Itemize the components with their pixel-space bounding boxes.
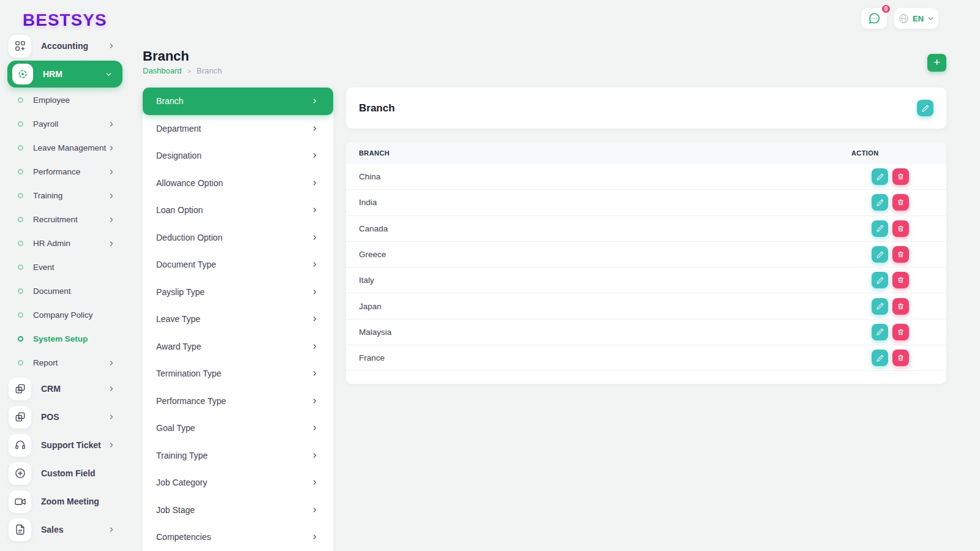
setup-menu-item-training-type[interactable]: Training Type xyxy=(143,442,333,470)
sidebar-item-payroll[interactable]: Payroll xyxy=(0,112,130,136)
chevron-right-icon xyxy=(108,359,115,367)
sidebar-item-hrm[interactable]: HRM xyxy=(7,61,123,88)
setup-menu-item-award-type[interactable]: Award Type xyxy=(143,333,333,361)
bullet-icon xyxy=(18,336,23,342)
sidebar-item-support-ticket[interactable]: Support Ticket xyxy=(0,431,130,459)
chevron-right-icon xyxy=(108,192,115,200)
delete-row-button[interactable] xyxy=(892,272,909,288)
chevron-right-icon xyxy=(311,125,318,132)
sidebar-item-recruitment[interactable]: Recruitment xyxy=(0,208,130,231)
sidebar-item-leave-management[interactable]: Leave Management xyxy=(0,136,130,160)
globe-icon xyxy=(898,13,910,24)
sidebar-item-label: Sales xyxy=(41,525,64,534)
delete-row-button[interactable] xyxy=(892,194,909,211)
sidebar-item-label: Recruitment xyxy=(33,215,78,224)
sidebar-item-training[interactable]: Training xyxy=(0,184,130,208)
delete-row-button[interactable] xyxy=(892,350,909,366)
sidebar-item-custom-field[interactable]: Custom Field xyxy=(0,459,130,487)
edit-row-button[interactable] xyxy=(872,324,888,340)
sidebar-item-sales[interactable]: Sales xyxy=(0,515,130,544)
sidebar-item-hr-admin[interactable]: HR Admin xyxy=(0,231,130,255)
add-branch-button[interactable]: + xyxy=(927,54,946,72)
bullet-icon xyxy=(18,264,23,270)
messages-button[interactable]: 0 xyxy=(861,8,887,29)
page-title: Branch xyxy=(143,48,189,64)
setup-menu-item-termination-type[interactable]: Termination Type xyxy=(143,360,333,388)
sidebar-item-system-setup[interactable]: System Setup xyxy=(0,327,130,351)
setup-menu-item-competencies[interactable]: Competencies xyxy=(143,523,333,551)
edit-row-button[interactable] xyxy=(872,220,888,237)
sidebar-item-document[interactable]: Document xyxy=(0,279,130,303)
sidebar-item-company-policy[interactable]: Company Policy xyxy=(0,303,130,327)
branch-name-cell: China xyxy=(346,172,380,181)
branch-name-cell: Greece xyxy=(346,250,386,259)
edit-row-button[interactable] xyxy=(872,272,888,288)
setup-item-label: Deduction Option xyxy=(156,233,222,242)
edit-row-button[interactable] xyxy=(872,350,888,366)
sidebar-item-label: POS xyxy=(41,412,59,422)
headset-icon xyxy=(9,434,31,457)
delete-row-button[interactable] xyxy=(892,324,909,340)
topbar-actions: 0 EN xyxy=(861,8,938,29)
edit-row-button[interactable] xyxy=(872,298,888,315)
breadcrumb-separator: > xyxy=(187,67,191,75)
row-actions xyxy=(872,220,909,237)
setup-menu-item-loan-option[interactable]: Loan Option xyxy=(143,197,333,224)
setup-menu-item-branch[interactable]: Branch xyxy=(143,88,333,115)
sidebar-item-zoom-meeting[interactable]: Zoom Meeting xyxy=(0,487,130,515)
setup-item-label: Document Type xyxy=(156,260,216,269)
sidebar-item-accounting[interactable]: Accounting xyxy=(0,32,130,60)
sidebar-item-event[interactable]: Event xyxy=(0,255,130,279)
edit-row-button[interactable] xyxy=(872,168,888,185)
setup-menu-item-job-category[interactable]: Job Category xyxy=(143,469,333,497)
setup-item-label: Designation xyxy=(156,151,202,160)
setup-item-label: Competencies xyxy=(156,532,211,542)
setup-menu-item-leave-type[interactable]: Leave Type xyxy=(143,305,333,333)
breadcrumb-dashboard-link[interactable]: Dashboard xyxy=(143,66,182,75)
setup-menu-item-deduction-option[interactable]: Deduction Option xyxy=(143,224,333,252)
delete-row-button[interactable] xyxy=(892,220,909,237)
chevron-right-icon xyxy=(108,413,115,421)
delete-row-button[interactable] xyxy=(892,298,909,315)
sidebar-nav: AccountingHRMEmployeePayrollLeave Manage… xyxy=(0,32,130,544)
language-code: EN xyxy=(913,14,924,23)
chevron-right-icon xyxy=(311,397,318,405)
chevron-right-icon xyxy=(311,506,318,514)
sidebar-item-pos[interactable]: POS xyxy=(0,403,130,431)
row-actions xyxy=(872,246,909,263)
sidebar-item-label: Payroll xyxy=(33,119,58,129)
setup-menu-item-payslip-type[interactable]: Payslip Type xyxy=(143,279,333,306)
file-icon xyxy=(9,519,31,541)
setup-menu-item-goal-type[interactable]: Goal Type xyxy=(143,414,333,442)
branch-name-cell: Japan xyxy=(346,302,382,311)
edit-row-button[interactable] xyxy=(872,246,888,263)
setup-item-label: Performance Type xyxy=(156,396,226,406)
bullet-icon xyxy=(18,169,23,174)
sidebar-item-report[interactable]: Report xyxy=(0,351,130,375)
setup-menu-item-performance-type[interactable]: Performance Type xyxy=(143,388,333,415)
sidebar-item-performance[interactable]: Performance xyxy=(0,160,130,184)
edit-branch-header-button[interactable] xyxy=(917,100,933,116)
setup-menu-item-document-type[interactable]: Document Type xyxy=(143,251,333,279)
delete-row-button[interactable] xyxy=(892,168,909,185)
sidebar-item-crm[interactable]: CRM xyxy=(0,375,130,403)
setup-menu-item-designation[interactable]: Designation xyxy=(143,142,333,170)
setup-item-label: Payslip Type xyxy=(156,287,205,297)
sidebar-item-employee[interactable]: Employee xyxy=(0,88,130,112)
setup-menu-item-department[interactable]: Department xyxy=(143,115,333,143)
detail-title: Branch xyxy=(359,102,395,114)
chevron-right-icon xyxy=(311,452,318,459)
branch-name-cell: France xyxy=(346,353,385,362)
setup-menu-item-job-stage[interactable]: Job Stage xyxy=(143,497,333,524)
hrm-icon xyxy=(12,64,33,84)
sidebar-item-label: Performance xyxy=(33,167,80,176)
edit-row-button[interactable] xyxy=(872,194,888,211)
delete-row-button[interactable] xyxy=(892,246,909,263)
messages-badge: 0 xyxy=(881,4,891,14)
branch-name-cell: Italy xyxy=(346,276,374,285)
setup-menu-item-allowance-option[interactable]: Allowance Option xyxy=(143,170,333,197)
bullet-icon xyxy=(18,241,23,246)
language-selector[interactable]: EN xyxy=(894,8,938,29)
chevron-right-icon xyxy=(311,533,318,541)
chevron-right-icon xyxy=(311,479,318,486)
